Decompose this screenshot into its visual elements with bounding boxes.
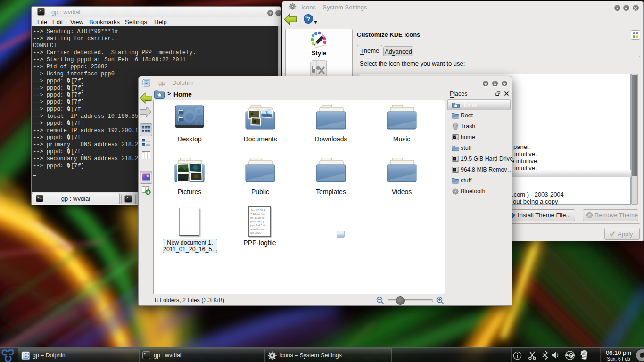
svg-text:?: ? — [306, 16, 310, 23]
svg-text:31: 31 — [265, 111, 269, 114]
